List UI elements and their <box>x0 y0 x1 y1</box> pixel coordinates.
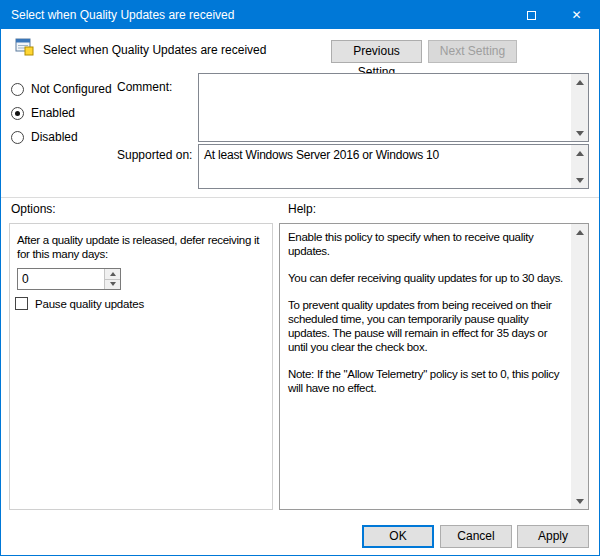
help-text: Enable this policy to specify when to re… <box>280 224 571 509</box>
radio-label: Not Configured <box>31 82 112 96</box>
ok-button[interactable]: OK <box>362 525 434 548</box>
stepper-down-icon[interactable] <box>105 279 120 290</box>
titlebar: Select when Quality Updates are received… <box>1 1 599 29</box>
scroll-down-icon[interactable] <box>571 125 588 141</box>
titlebar-buttons: ✕ <box>509 1 599 29</box>
options-panel: After a quality update is released, defe… <box>9 223 273 510</box>
radio-selected-icon <box>11 107 24 120</box>
scroll-up-icon[interactable] <box>571 145 588 161</box>
checkbox-label: Pause quality updates <box>35 298 144 310</box>
next-setting-button: Next Setting <box>428 40 517 63</box>
help-paragraph: Enable this policy to specify when to re… <box>288 230 565 258</box>
radio-label: Enabled <box>31 106 75 120</box>
supported-on-label: Supported on: <box>117 148 192 162</box>
help-panel: Enable this policy to specify when to re… <box>279 223 589 510</box>
comment-label: Comment: <box>117 80 172 94</box>
maximize-button[interactable] <box>509 1 554 29</box>
help-paragraph: To prevent quality updates from being re… <box>288 298 565 354</box>
policy-icon <box>15 38 35 59</box>
supported-on-box[interactable]: At least Windows Server 2016 or Windows … <box>198 144 589 189</box>
comment-input[interactable] <box>198 73 589 142</box>
comment-scrollbar[interactable] <box>571 74 588 141</box>
radio-enabled[interactable]: Enabled <box>11 105 75 121</box>
radio-icon <box>11 131 24 144</box>
scroll-up-icon[interactable] <box>571 74 588 90</box>
options-section-label: Options: <box>11 202 56 216</box>
defer-days-label: After a quality update is released, defe… <box>17 233 266 261</box>
close-button[interactable]: ✕ <box>554 1 599 29</box>
cancel-button[interactable]: Cancel <box>440 525 512 548</box>
supported-scrollbar[interactable] <box>571 145 588 188</box>
help-scrollbar[interactable] <box>571 224 588 509</box>
policy-title: Select when Quality Updates are received <box>43 43 266 57</box>
defer-days-stepper[interactable] <box>17 268 121 290</box>
help-paragraph: You can defer receiving quality updates … <box>288 271 565 285</box>
apply-button[interactable]: Apply <box>517 525 589 548</box>
supported-on-value: At least Windows Server 2016 or Windows … <box>204 148 566 162</box>
close-icon: ✕ <box>571 9 581 21</box>
help-section-label: Help: <box>288 202 316 216</box>
radio-label: Disabled <box>31 130 78 144</box>
checkbox-icon <box>15 297 28 310</box>
scroll-down-icon[interactable] <box>571 493 588 509</box>
defer-days-input[interactable] <box>18 269 102 289</box>
help-paragraph: Note: If the "Allow Telemetry" policy is… <box>288 367 565 395</box>
window-title: Select when Quality Updates are received <box>11 8 234 22</box>
radio-icon <box>11 83 24 96</box>
stepper-buttons <box>104 269 120 289</box>
scroll-down-icon[interactable] <box>571 172 588 188</box>
scroll-up-icon[interactable] <box>571 224 588 240</box>
maximize-icon <box>527 11 536 20</box>
section-divider <box>1 197 599 198</box>
previous-setting-button[interactable]: Previous Setting <box>331 40 422 63</box>
stepper-up-icon[interactable] <box>105 269 120 279</box>
policy-settings-dialog: Select when Quality Updates are received… <box>0 0 600 556</box>
radio-not-configured[interactable]: Not Configured <box>11 81 112 97</box>
pause-quality-updates-checkbox[interactable]: Pause quality updates <box>15 297 144 310</box>
radio-disabled[interactable]: Disabled <box>11 129 78 145</box>
